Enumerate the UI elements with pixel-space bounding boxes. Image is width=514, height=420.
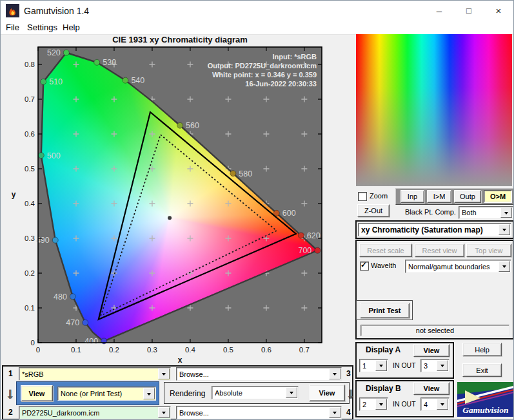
logo-text: Gamutvision — [462, 405, 508, 415]
slot1-label: 1 — [8, 369, 13, 378]
x-axis-title: x — [178, 356, 183, 365]
hue-saturation-map — [356, 34, 512, 186]
display-b-title: Display B — [366, 384, 401, 393]
x-tick-label: 0.5 — [223, 346, 233, 354]
menu-settings[interactable]: Settings — [27, 23, 57, 32]
x-tick-label: 0 — [36, 346, 40, 354]
view-mode-select[interactable]: xy Chromaticity (Saturation map) — [358, 223, 511, 236]
input-to-monitor-button[interactable]: I>M — [427, 190, 451, 203]
rendering-label: Rendering — [170, 389, 205, 398]
menubar: File Settings Help — [1, 21, 513, 35]
maximize-button[interactable]: □ — [454, 1, 484, 21]
y-tick-label: 0 — [31, 339, 35, 347]
gamutvision-logo: Gamutvision — [457, 382, 514, 417]
minimize-button[interactable]: – — [424, 1, 454, 21]
zoom-checkbox[interactable] — [358, 192, 367, 201]
chart-title: CIE 1931 xy Chromaticity diagram — [38, 35, 322, 44]
annotation-output: Output: PD2725U_darkroom.icm — [130, 61, 317, 70]
display-b-inout-label: IN OUT — [393, 400, 416, 408]
annotation-white-point: White point: x = 0.346 y = 0.359 — [130, 70, 317, 79]
wavelth-checkbox[interactable] — [360, 262, 369, 271]
dropdown-arrow-icon[interactable] — [375, 360, 387, 371]
output-to-monitor-button[interactable]: O>M — [484, 190, 512, 203]
x-tick-label: 0.6 — [261, 346, 272, 354]
black-pt-comp-select[interactable]: Both — [459, 206, 513, 219]
input-profile-select[interactable]: *sRGB — [19, 367, 171, 381]
y-tick-label: 0.2 — [25, 269, 35, 277]
dropdown-arrow-icon[interactable] — [329, 368, 341, 379]
browse1-select[interactable]: Browse... — [176, 367, 342, 381]
help-button[interactable]: Help — [462, 343, 502, 356]
titlebar: Gamutvision 1.4 – □ × — [1, 1, 513, 21]
x-tick-label: 0.1 — [71, 346, 81, 354]
down-arrow-left-icon: ↓ — [6, 384, 14, 402]
dropdown-arrow-icon[interactable] — [437, 360, 448, 371]
browse2-select[interactable]: Browse... — [176, 406, 342, 419]
y-axis-title: y — [12, 190, 16, 199]
close-button[interactable]: × — [484, 1, 513, 21]
view-b-button[interactable]: View — [309, 385, 345, 401]
test-pattern-select[interactable]: None (or Print Test) — [57, 387, 156, 401]
view-a-button[interactable]: View — [21, 385, 53, 401]
y-tick-label: 0.7 — [25, 95, 35, 103]
x-tick-label: 0.3 — [147, 346, 157, 354]
menu-help[interactable]: Help — [63, 23, 80, 32]
menu-file[interactable]: File — [6, 23, 19, 32]
x-tick-label: 0.4 — [185, 346, 196, 354]
x-tick-label: 0.7 — [299, 346, 310, 354]
exit-button[interactable]: Exit — [462, 363, 502, 377]
window-title: Gamutvision 1.4 — [24, 6, 89, 16]
dropdown-arrow-icon[interactable] — [158, 368, 170, 379]
chart-annotations: Input: *sRGB Output: PD2725U_darkroom.ic… — [130, 52, 317, 88]
zoom-label: Zoom — [370, 192, 388, 200]
app-window: Gamutvision 1.4 – □ × File Settings Help… — [0, 0, 514, 420]
dropdown-arrow-icon[interactable] — [437, 399, 448, 410]
display-a-in-select[interactable]: 1 — [359, 359, 388, 372]
dropdown-arrow-icon[interactable] — [286, 387, 297, 398]
display-b-out-select[interactable]: 4 — [420, 397, 450, 411]
display-b-in-select[interactable]: 2 — [359, 397, 388, 411]
annotation-timestamp: 16-Jun-2022 20:30:33 — [130, 79, 317, 88]
print-test-button[interactable]: Print Test — [360, 303, 410, 318]
top-view-button[interactable]: Top view — [466, 243, 511, 257]
y-tick-label: 0.3 — [25, 234, 35, 242]
status-field: not selected — [361, 325, 509, 336]
dropdown-arrow-icon[interactable] — [329, 407, 341, 418]
z-out-button[interactable]: Z-Out — [357, 204, 390, 217]
black-pt-comp-label: Black Pt. Comp. — [405, 208, 456, 216]
y-tick-label: 0.4 — [25, 200, 35, 207]
outp-button[interactable]: Outp — [454, 190, 481, 203]
dropdown-arrow-icon[interactable] — [499, 224, 510, 235]
x-tick-label: 0.2 — [109, 346, 119, 354]
reset-view-button[interactable]: Reset view — [415, 243, 464, 257]
dropdown-arrow-icon[interactable] — [500, 207, 512, 218]
dropdown-arrow-icon[interactable] — [143, 388, 155, 399]
y-tick-label: 0.8 — [25, 61, 35, 68]
wavelth-label: Wavelth — [371, 262, 396, 269]
slot4-label: 4 — [346, 408, 351, 417]
display-a-inout-label: IN OUT — [393, 361, 416, 369]
y-tick-label: 0.1 — [25, 304, 35, 312]
display-a-view-button[interactable]: View — [413, 344, 450, 357]
rendering-intent-select[interactable]: Absolute — [212, 386, 299, 399]
display-b-view-button[interactable]: View — [413, 382, 450, 395]
boundaries-select[interactable]: Normal/gamut boundaries — [405, 260, 511, 273]
dropdown-arrow-icon[interactable] — [158, 407, 170, 418]
dropdown-arrow-icon[interactable] — [499, 261, 510, 272]
dropdown-arrow-icon[interactable] — [375, 399, 387, 410]
display-a-out-select[interactable]: 3 — [420, 359, 450, 372]
down-arrow-right-icon: ↓ — [347, 384, 355, 402]
y-tick-label: 0.6 — [25, 130, 35, 138]
slot2-label: 2 — [8, 408, 13, 417]
slot3-label: 3 — [346, 369, 351, 378]
annotation-input: Input: *sRGB — [130, 52, 317, 61]
reset-scale-button[interactable]: Reset scale — [359, 243, 412, 257]
app-icon — [6, 4, 19, 17]
y-tick-label: 0.5 — [25, 165, 35, 173]
output-profile-select[interactable]: PD2725U_darkroom.icm — [19, 406, 171, 419]
inp-button[interactable]: Inp — [400, 190, 424, 203]
display-a-title: Display A — [366, 345, 400, 354]
